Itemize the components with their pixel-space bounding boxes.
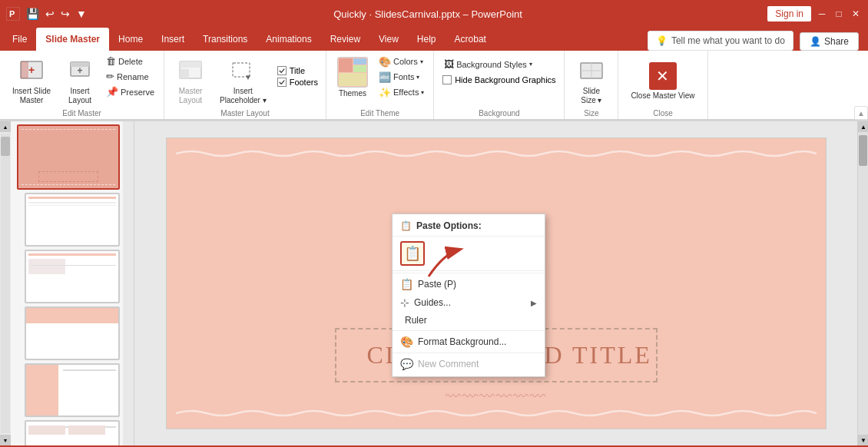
thumb-5-left	[26, 365, 58, 416]
edit-master-label: Edit Master	[0, 109, 164, 118]
save-icon[interactable]: 💾	[25, 6, 41, 22]
tell-me-input[interactable]: 💡 Tell me what you want to do	[648, 31, 793, 51]
slide-thumb-1[interactable]	[17, 124, 120, 190]
background-content: 🖼 Background Styles ▾ Hide Background Gr…	[441, 54, 557, 118]
slide-thumb-2[interactable]	[25, 193, 120, 247]
tab-view[interactable]: View	[369, 28, 408, 51]
share-button[interactable]: 👤 Share	[800, 32, 859, 51]
insert-slide-master-label: Insert SlideMaster	[12, 87, 51, 105]
right-scroll-track	[858, 132, 868, 435]
group-master-layout: MasterLayout ▼ InsertPlaceholder ▾ Title	[164, 51, 326, 119]
slide-size-label: SlideSize ▾	[581, 87, 601, 105]
svg-rect-9	[180, 61, 201, 68]
master-layout-button[interactable]: MasterLayout	[171, 54, 210, 108]
paste-menu-item[interactable]: 📋 Paste (P)	[393, 275, 545, 293]
close-button[interactable]: ✕	[850, 8, 862, 20]
panel-right-scrollbar[interactable]	[123, 121, 134, 445]
insert-layout-button[interactable]: + InsertLayout	[60, 54, 100, 108]
edit-master-col: 🗑 Delete ✏ Rename 📌 Preserve	[103, 54, 157, 108]
top-border-deco	[176, 147, 817, 160]
tab-animations[interactable]: Animations	[257, 28, 320, 51]
tab-transitions[interactable]: Transitions	[194, 28, 257, 51]
sign-in-button[interactable]: Sign in	[767, 6, 811, 22]
paste-item-left: 📋 Paste (P)	[400, 278, 456, 290]
rename-button[interactable]: ✏ Rename	[103, 69, 157, 84]
thumb-6-img2	[68, 425, 105, 435]
insert-placeholder-button[interactable]: ▼ InsertPlaceholder ▾	[214, 54, 273, 108]
tell-me-label: Tell me what you want to do	[671, 35, 785, 46]
right-scrollbar[interactable]: ▲ ▼	[857, 121, 868, 445]
delete-button[interactable]: 🗑 Delete	[103, 54, 157, 68]
slide-panel-scrollbar[interactable]: ▲ ▼	[0, 121, 11, 445]
tab-review[interactable]: Review	[321, 28, 369, 51]
new-comment-icon: 💬	[400, 358, 413, 370]
guides-submenu-arrow: ▶	[531, 299, 537, 307]
hide-bg-graphics-checkbox[interactable]: Hide Background Graphics	[441, 74, 557, 85]
guides-menu-item[interactable]: ⊹ Guides... ▶	[393, 293, 545, 312]
format-background-menu-item[interactable]: 🎨 Format Background...	[393, 333, 545, 351]
new-comment-menu-item[interactable]: 💬 New Comment	[393, 355, 545, 373]
paste-item-icon: 📋	[400, 278, 413, 290]
slide-thumb-5[interactable]	[25, 363, 120, 417]
themes-button[interactable]: Themes	[333, 54, 373, 109]
thumb-4-split	[26, 308, 118, 359]
tab-slide-master[interactable]: Slide Master	[36, 28, 109, 51]
master-layout-icon	[177, 57, 204, 84]
effects-button[interactable]: ✨ Effects ▾	[376, 85, 427, 100]
paste-keep-source-button[interactable]: 📋	[400, 241, 425, 266]
thumb-deco	[22, 129, 115, 131]
redo-icon[interactable]: ↪	[59, 6, 71, 22]
scroll-thumb[interactable]	[1, 137, 10, 156]
right-scroll-thumb[interactable]	[859, 135, 867, 166]
more-icon[interactable]: ▼	[75, 6, 88, 22]
slide-thumb-6[interactable]	[25, 420, 120, 445]
background-styles-button[interactable]: 🖼 Background Styles ▾	[441, 57, 535, 71]
svg-text:+: +	[78, 65, 83, 76]
collapse-ribbon-button[interactable]: ▲	[854, 106, 868, 120]
minimize-button[interactable]: ─	[816, 8, 828, 20]
themes-icon	[337, 57, 368, 88]
window-title: Quickly · SlidesCarnival.pptx – PowerPoi…	[88, 8, 767, 20]
ruler-item-left: Ruler	[400, 315, 427, 326]
paste-options-icon: 📋	[400, 220, 412, 231]
thumb-4-bg	[26, 308, 118, 359]
tab-file[interactable]: File	[3, 28, 36, 51]
ruler-menu-item[interactable]: Ruler	[393, 312, 545, 329]
scroll-up-btn[interactable]: ▲	[0, 121, 11, 132]
colors-button[interactable]: 🎨 Colors ▾	[376, 55, 427, 69]
preserve-button[interactable]: 📌 Preserve	[103, 84, 157, 99]
insert-slide-master-icon: +	[18, 57, 45, 84]
title-checkbox[interactable]: Title	[276, 65, 320, 76]
close-master-view-button[interactable]: ✕ Close Master View	[624, 59, 701, 104]
footers-checkbox[interactable]: Footers	[276, 77, 320, 88]
tab-acrobat[interactable]: Acrobat	[446, 28, 495, 51]
undo-icon[interactable]: ↩	[44, 6, 56, 22]
rename-icon: ✏	[106, 71, 114, 82]
format-bg-icon: 🎨	[400, 336, 413, 348]
svg-rect-10	[180, 69, 189, 78]
theme-options-col: 🎨 Colors ▾ 🔤 Fonts ▾ ✨ Effects ▾	[376, 55, 427, 109]
thumb-2-line2	[28, 205, 116, 206]
group-size: SlideSize ▾ Size	[565, 51, 618, 119]
edit-master-content: + Insert SlideMaster + InsertLayout	[6, 54, 157, 118]
scroll-up-right[interactable]: ▲	[858, 121, 868, 132]
background-group-label: Background	[434, 109, 564, 118]
maximize-button[interactable]: □	[833, 8, 845, 20]
slide-thumb-3[interactable]	[25, 250, 120, 303]
scroll-down-btn[interactable]: ▼	[0, 435, 11, 445]
ctx-divider-1	[393, 273, 545, 273]
tab-home[interactable]: Home	[109, 28, 152, 51]
fonts-button[interactable]: 🔤 Fonts ▾	[376, 70, 427, 84]
colors-label: Colors	[393, 57, 418, 66]
slide-thumb-4[interactable]	[25, 306, 120, 360]
themes-label: Themes	[339, 89, 366, 98]
ribbon-tabs: File Slide Master Home Insert Transition…	[0, 28, 868, 51]
svg-text:▼: ▼	[244, 73, 252, 81]
background-styles-label: Background Styles	[456, 60, 527, 69]
tab-insert[interactable]: Insert	[152, 28, 194, 51]
ctx-divider-2	[393, 330, 545, 331]
tab-help[interactable]: Help	[408, 28, 446, 51]
insert-slide-master-button[interactable]: + Insert SlideMaster	[6, 54, 57, 108]
slide-size-button[interactable]: SlideSize ▾	[571, 54, 611, 108]
scroll-down-right[interactable]: ▼	[858, 435, 868, 445]
